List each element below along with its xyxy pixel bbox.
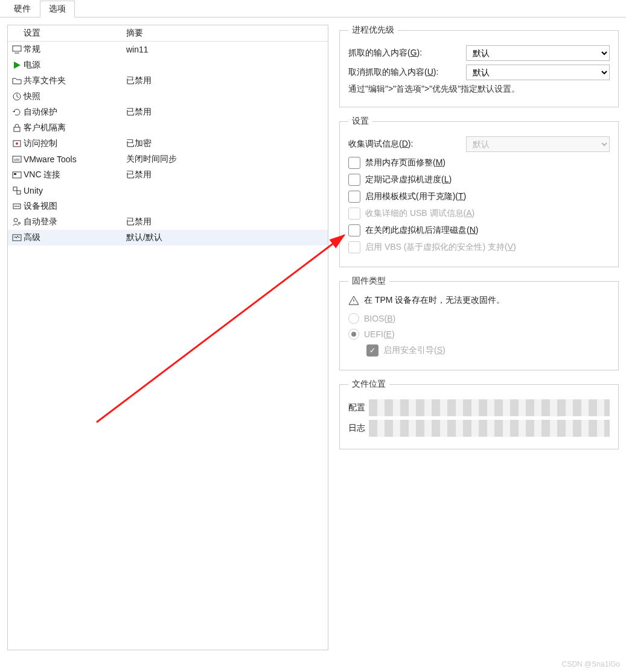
select-debug-info: 默认	[466, 136, 610, 152]
checkbox-secure-boot	[366, 344, 378, 357]
list-label: 高级	[24, 232, 126, 243]
legend-file-location: 文件位置	[348, 379, 389, 390]
group-settings: 设置 收集调试信息(D): 默认 禁用内存页面修整(M) 定期记录虚拟机进度(L…	[339, 116, 619, 267]
svg-point-14	[18, 206, 19, 207]
legend-priority: 进程优先级	[348, 25, 398, 36]
monitor-icon	[12, 45, 22, 54]
refresh-icon	[12, 107, 22, 117]
advanced-icon	[12, 233, 22, 242]
label-mem-trim: 禁用内存页面修整(M)	[365, 157, 446, 168]
legend-firmware: 固件类型	[348, 276, 389, 287]
list-label: VNC 连接	[24, 170, 126, 180]
list-label: 常规	[24, 44, 126, 55]
list-summary: 已禁用	[126, 107, 325, 118]
group-firmware: 固件类型 在 TPM 设备存在时，无法更改固件。 BIOS(B) UEFI(E)…	[339, 276, 619, 370]
log-path-redacted	[369, 420, 610, 437]
list-item-snapshot[interactable]: 快照	[8, 89, 328, 104]
svg-point-13	[16, 206, 18, 207]
list-summary: 已禁用	[126, 217, 325, 227]
checkbox-vbs	[348, 241, 360, 253]
list-item-guest-isolation[interactable]: 客户机隔离	[8, 120, 328, 136]
select-grabbed-priority[interactable]: 默认	[466, 45, 610, 61]
label-log-progress: 定期记录虚拟机进度(L)	[365, 174, 452, 185]
checkbox-clean-disk[interactable]	[348, 224, 360, 236]
label-secure-boot: 启用安全引导(S)	[383, 345, 446, 356]
list-item-shared-folders[interactable]: 共享文件夹 已禁用	[8, 73, 328, 89]
clock-icon	[12, 92, 22, 101]
label-ungrabbed-input: 取消抓取的输入内容(U):	[348, 67, 460, 78]
list-label: 自动保护	[24, 107, 126, 118]
label-usb-debug: 收集详细的 USB 调试信息(A)	[365, 208, 474, 219]
warning-icon	[348, 295, 359, 306]
shield-lock-icon	[12, 139, 22, 148]
svg-rect-9	[13, 187, 17, 191]
folder-icon	[12, 76, 22, 86]
tab-hardware[interactable]: 硬件	[5, 1, 40, 17]
user-key-icon	[12, 217, 22, 227]
list-label: VMware Tools	[24, 154, 126, 164]
svg-point-16	[19, 223, 21, 224]
list-label: 访问控制	[24, 138, 126, 149]
radio-uefi	[348, 329, 359, 340]
list-item-vmware-tools[interactable]: vm VMware Tools 关闭时间同步	[8, 151, 328, 167]
list-item-vnc[interactable]: VNC 连接 已禁用	[8, 167, 328, 183]
select-ungrabbed-priority[interactable]: 默认	[466, 65, 610, 80]
label-config-path: 配置	[348, 402, 365, 413]
group-process-priority: 进程优先级 抓取的输入内容(G): 默认 取消抓取的输入内容(U): 默认 通过…	[339, 25, 619, 107]
label-uefi: UEFI(E)	[364, 329, 395, 339]
play-icon	[12, 60, 22, 70]
lock-icon	[12, 123, 22, 133]
label-debug-info: 收集调试信息(D):	[348, 139, 460, 150]
list-item-advanced[interactable]: 高级 默认/默认	[8, 230, 328, 246]
label-vbs: 启用 VBS (基于虚拟化的安全性) 支持(V)	[365, 242, 516, 253]
list-summary: 已禁用	[126, 75, 325, 86]
list-item-power[interactable]: 电源	[8, 57, 328, 73]
checkbox-usb-debug	[348, 208, 360, 220]
list-summary: 默认/默认	[126, 232, 325, 243]
tab-options[interactable]: 选项	[40, 1, 75, 17]
config-path-redacted	[369, 399, 610, 416]
svg-rect-8	[14, 173, 16, 175]
list-label: 设备视图	[24, 201, 126, 212]
list-item-autologin[interactable]: 自动登录 已禁用	[8, 214, 328, 230]
list-label: 快照	[24, 91, 126, 102]
list-label: 电源	[24, 60, 126, 71]
label-log-path: 日志	[348, 423, 365, 434]
list-summary: win11	[126, 45, 325, 54]
list-item-autoprotect[interactable]: 自动保护 已禁用	[8, 104, 328, 120]
label-grabbed-input: 抓取的输入内容(G):	[348, 48, 460, 59]
label-template-mode: 启用模板模式(用于克隆)(T)	[365, 191, 466, 202]
list-item-device-view[interactable]: 设备视图	[8, 198, 328, 214]
svg-text:vm: vm	[14, 157, 20, 162]
label-clean-disk: 在关闭此虚拟机后清理磁盘(N)	[365, 225, 478, 236]
radio-bios	[348, 313, 359, 324]
watermark: CSDN @Sna1lGo	[562, 660, 620, 668]
list-summary: 关闭时间同步	[126, 154, 325, 165]
list-label: 客户机隔离	[24, 122, 126, 133]
vnc-icon	[12, 170, 22, 180]
group-file-location: 文件位置 配置 日志	[339, 379, 619, 449]
list-label: 自动登录	[24, 217, 126, 227]
checkbox-log-progress[interactable]	[348, 174, 360, 186]
list-label: 共享文件夹	[24, 75, 126, 86]
checkbox-template-mode[interactable]	[348, 191, 360, 203]
legend-settings: 设置	[348, 116, 372, 127]
svg-rect-2	[14, 127, 20, 132]
firmware-warning: 在 TPM 设备存在时，无法更改固件。	[364, 295, 505, 306]
svg-point-4	[16, 142, 18, 145]
svg-point-15	[14, 218, 18, 222]
priority-hint: 通过"编辑">"首选项">"优先级"指定默认设置。	[348, 84, 610, 95]
list-item-unity[interactable]: Unity	[8, 183, 328, 198]
list-label: Unity	[24, 186, 126, 195]
list-item-access-control[interactable]: 访问控制 已加密	[8, 136, 328, 151]
vm-icon: vm	[12, 154, 22, 164]
label-bios: BIOS(B)	[364, 314, 395, 323]
device-icon	[12, 201, 22, 211]
col-header-setting: 设置	[24, 28, 126, 39]
list-summary: 已加密	[126, 138, 325, 149]
list-item-general[interactable]: 常规 win11	[8, 42, 328, 57]
settings-list: 设置 摘要 常规 win11 电源 共享文件夹 已禁用 快照 自动保护 已禁用	[7, 25, 328, 650]
checkbox-mem-trim[interactable]	[348, 157, 360, 169]
svg-rect-10	[17, 191, 21, 194]
svg-rect-0	[13, 46, 21, 51]
